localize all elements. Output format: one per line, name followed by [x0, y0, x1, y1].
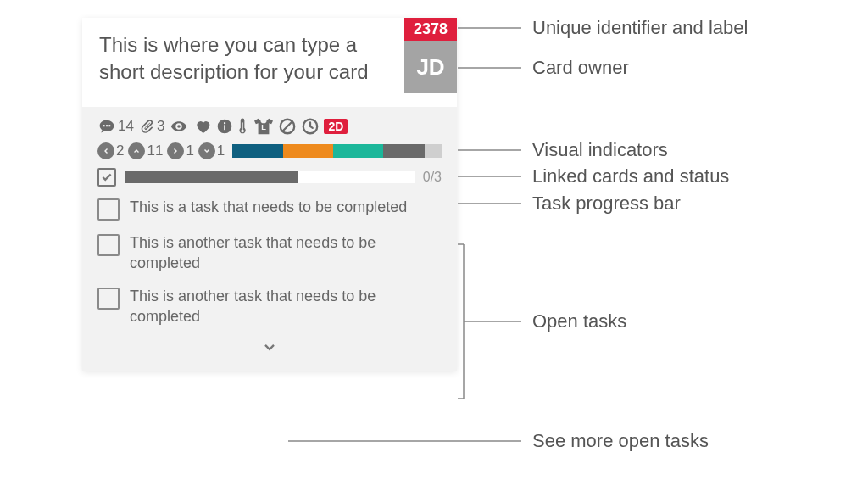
card-header: This is where you can type a short descr…: [82, 18, 457, 107]
annotation-progress: Task progress bar: [532, 193, 681, 215]
comment-icon: [97, 118, 116, 135]
owner-avatar[interactable]: JD: [404, 41, 457, 93]
annotation-id: Unique identifier and label: [532, 17, 748, 39]
checklist-icon: [97, 168, 116, 187]
annotation-links: Linked cards and status: [532, 165, 729, 187]
card-title[interactable]: This is where you can type a short descr…: [99, 31, 404, 87]
task-text: This is a task that needs to be complete…: [130, 197, 407, 217]
status-segment: [232, 144, 282, 158]
info-icon[interactable]: [216, 118, 233, 135]
successor-link[interactable]: 1: [167, 142, 193, 159]
progress-bar[interactable]: [125, 171, 415, 183]
attachments-count: 3: [157, 118, 164, 135]
card-body: 14 3 L: [82, 107, 457, 371]
task-text: This is another task that needs to be co…: [130, 232, 442, 274]
annotation-expand: See more open tasks: [532, 430, 709, 452]
open-tasks-list: This is a task that needs to be complete…: [97, 197, 442, 327]
task-checkbox[interactable]: [97, 288, 120, 310]
annotation-indicators: Visual indicators: [532, 139, 668, 161]
links-row: 2 11 1 1: [97, 142, 442, 159]
svg-text:L: L: [262, 123, 267, 131]
arrow-up-icon: [128, 142, 145, 159]
progress-label: 0/3: [423, 170, 442, 185]
arrow-down-icon: [198, 142, 215, 159]
deadline-badge[interactable]: 2D: [324, 119, 348, 134]
svg-rect-8: [242, 122, 243, 130]
status-bar[interactable]: [232, 144, 442, 158]
clock-icon[interactable]: [301, 117, 320, 136]
successor-count: 1: [186, 142, 193, 159]
expand-tasks[interactable]: [97, 338, 442, 362]
child-link[interactable]: 1: [198, 142, 225, 159]
chevron-down-icon: [258, 340, 281, 360]
status-segment: [383, 144, 425, 158]
svg-point-2: [108, 125, 110, 126]
comments-count: 14: [118, 118, 134, 135]
status-segment: [425, 144, 442, 158]
task-item[interactable]: This is another task that needs to be co…: [97, 232, 442, 274]
status-segment: [283, 144, 333, 158]
annotation-owner: Card owner: [532, 57, 629, 79]
svg-line-11: [283, 122, 292, 131]
svg-point-6: [224, 122, 225, 124]
child-count: 1: [217, 142, 225, 159]
arrow-right-icon: [167, 142, 184, 159]
indicator-row: 14 3 L: [97, 117, 442, 136]
parent-count: 11: [147, 142, 163, 159]
task-text: This is another task that needs to be co…: [130, 286, 442, 327]
annotation-tasks: Open tasks: [532, 310, 626, 332]
svg-rect-5: [225, 125, 226, 130]
task-checkbox[interactable]: [97, 198, 120, 221]
svg-point-3: [178, 125, 181, 128]
watch-icon[interactable]: [169, 118, 189, 135]
task-checkbox[interactable]: [97, 234, 120, 256]
svg-point-0: [103, 125, 105, 126]
task-item[interactable]: This is a task that needs to be complete…: [97, 197, 442, 221]
card-id-badge[interactable]: 2378: [404, 18, 457, 41]
paperclip-icon: [138, 118, 155, 135]
arrow-left-icon: [97, 142, 114, 159]
parent-link[interactable]: 11: [128, 142, 163, 159]
tshirt-size-icon[interactable]: L: [253, 117, 274, 136]
kanban-card[interactable]: This is where you can type a short descr…: [82, 18, 457, 371]
status-segment: [333, 144, 383, 158]
progress-row: 0/3: [97, 168, 442, 187]
predecessor-link[interactable]: 2: [97, 142, 124, 159]
attachments-indicator[interactable]: 3: [138, 118, 164, 135]
thermometer-icon[interactable]: [237, 117, 249, 136]
predecessor-count: 2: [116, 142, 124, 159]
blocked-icon[interactable]: [278, 117, 297, 136]
comments-indicator[interactable]: 14: [97, 118, 134, 135]
id-owner-column: 2378 JD: [404, 18, 457, 93]
task-item[interactable]: This is another task that needs to be co…: [97, 286, 442, 327]
heart-icon[interactable]: [193, 118, 212, 135]
svg-point-1: [106, 125, 108, 126]
